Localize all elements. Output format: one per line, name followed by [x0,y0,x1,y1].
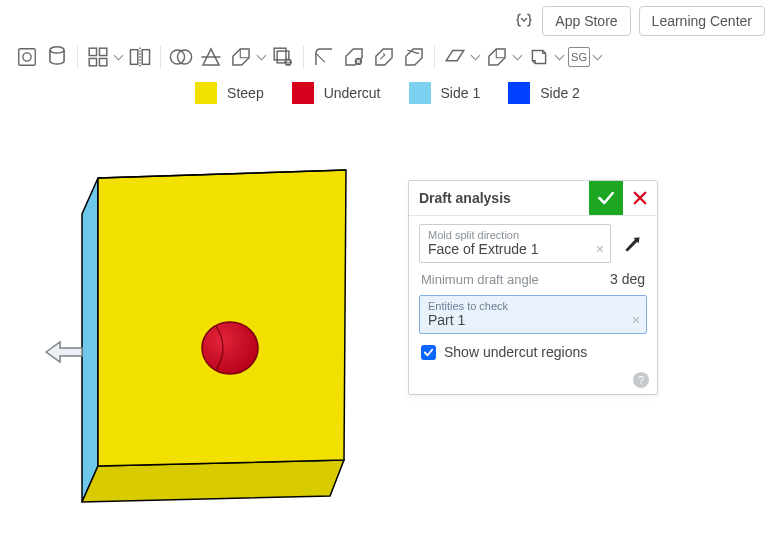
help-icon[interactable]: ? [633,372,649,388]
field-value: Part 1 [428,312,640,328]
move-face-icon[interactable] [371,44,397,70]
legend-label: Steep [227,85,264,101]
svg-marker-17 [82,178,98,502]
chevron-down-icon[interactable] [113,52,123,62]
hole-icon[interactable] [14,44,40,70]
swatch-side1 [409,82,431,104]
curve-tools-icon[interactable] [484,44,510,70]
clear-icon[interactable]: × [596,242,604,256]
split-icon[interactable] [198,44,224,70]
svg-point-2 [50,47,64,53]
mold-split-direction-field[interactable]: Mold split direction Face of Extrude 1 × [419,224,611,263]
sheet-metal-icon[interactable] [526,44,552,70]
field-label: Mold split direction [428,229,604,241]
legend-steep: Steep [195,82,264,104]
svg-rect-5 [89,58,96,65]
selection-group-icon[interactable]: SG [568,47,590,67]
feature-toolbar: SG [0,38,775,74]
cancel-button[interactable] [623,181,657,215]
plane-icon[interactable] [442,44,468,70]
field-value: 3 deg [610,271,645,287]
legend-label: Side 2 [540,85,580,101]
chevron-down-icon[interactable] [470,52,480,62]
transform-icon[interactable] [228,44,254,70]
boolean-icon[interactable] [168,44,194,70]
svg-rect-7 [130,50,137,65]
svg-rect-0 [19,49,36,66]
svg-rect-4 [99,48,106,55]
chevron-down-icon[interactable] [554,52,564,62]
svg-marker-22 [46,342,82,362]
app-store-button[interactable]: App Store [542,6,630,36]
svg-rect-8 [142,50,149,65]
panel-title: Draft analysis [409,182,589,214]
field-label: Minimum draft angle [421,272,539,287]
replace-face-icon[interactable] [401,44,427,70]
draft-analysis-panel: Draft analysis Mold split direction Face… [408,180,658,395]
field-label: Entities to check [428,300,640,312]
svg-point-21 [202,322,258,374]
legend-label: Side 1 [441,85,481,101]
graphics-area[interactable] [0,130,775,530]
chevron-down-icon[interactable] [256,52,266,62]
svg-rect-6 [99,58,106,65]
delete-part-icon[interactable] [270,44,296,70]
svg-marker-19 [98,170,346,466]
svg-rect-3 [89,48,96,55]
svg-point-1 [23,53,31,61]
legend-side2: Side 2 [508,82,580,104]
delete-face-icon[interactable] [341,44,367,70]
legend-label: Undercut [324,85,381,101]
flip-direction-button[interactable] [617,224,647,263]
entities-to-check-field[interactable]: Entities to check Part 1 × [419,295,647,334]
field-value: Face of Extrude 1 [428,241,604,257]
modify-fillet-icon[interactable] [311,44,337,70]
swatch-side2 [508,82,530,104]
legend-side1: Side 1 [409,82,481,104]
customize-icon[interactable] [514,11,534,31]
confirm-button[interactable] [589,181,623,215]
min-draft-angle-row[interactable]: Minimum draft angle 3 deg [419,271,647,287]
learning-center-button[interactable]: Learning Center [639,6,765,36]
shell-icon[interactable] [44,44,70,70]
chevron-down-icon[interactable] [592,52,602,62]
checkbox-label: Show undercut regions [444,344,587,360]
mirror-icon[interactable] [127,44,153,70]
svg-marker-18 [82,460,344,502]
swatch-steep [195,82,217,104]
checkbox-checked-icon[interactable] [421,345,436,360]
pattern-icon[interactable] [85,44,111,70]
swatch-undercut [292,82,314,104]
svg-rect-13 [274,48,286,60]
draft-legend: Steep Undercut Side 1 Side 2 [0,74,775,110]
legend-undercut: Undercut [292,82,381,104]
clear-icon[interactable]: × [632,313,640,327]
show-undercut-checkbox-row[interactable]: Show undercut regions [419,342,647,362]
chevron-down-icon[interactable] [512,52,522,62]
